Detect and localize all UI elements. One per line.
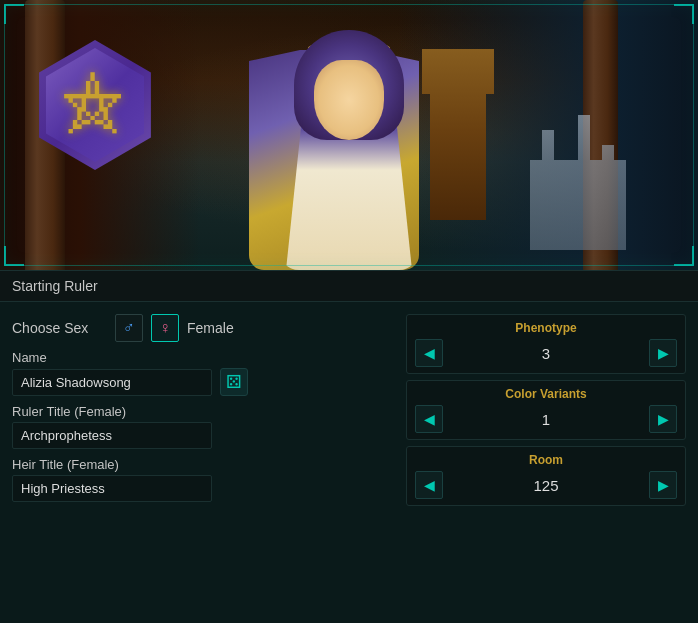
phenotype-block: Phenotype ◀ 3 ▶ [406, 314, 686, 374]
section-header: Starting Ruler [0, 270, 698, 302]
phenotype-next-icon: ▶ [658, 345, 669, 361]
phenotype-controls: ◀ 3 ▶ [415, 339, 677, 367]
section-title: Starting Ruler [12, 278, 98, 294]
room-next-icon: ▶ [658, 477, 669, 493]
pentagram-icon: ⛤ [60, 70, 130, 140]
phenotype-prev-icon: ◀ [424, 345, 435, 361]
color-variants-controls: ◀ 1 ▶ [415, 405, 677, 433]
randomize-name-button[interactable]: ⚄ [220, 368, 248, 396]
name-field-group: Name ⚄ [12, 350, 394, 396]
ruler-title-field-group: Ruler Title (Female) [12, 404, 394, 449]
color-variants-next-button[interactable]: ▶ [649, 405, 677, 433]
name-input[interactable] [12, 369, 212, 396]
sex-female-button[interactable]: ♀ [151, 314, 179, 342]
phenotype-prev-button[interactable]: ◀ [415, 339, 443, 367]
corner-tr [674, 4, 694, 24]
corner-bl [4, 246, 24, 266]
phenotype-next-button[interactable]: ▶ [649, 339, 677, 367]
hex-inner: ⛤ [38, 48, 152, 162]
phenotype-label: Phenotype [415, 321, 677, 335]
ruler-title-label: Ruler Title (Female) [12, 404, 394, 419]
room-next-button[interactable]: ▶ [649, 471, 677, 499]
ruler-title-input[interactable] [12, 422, 212, 449]
choose-sex-label: Choose Sex [12, 320, 107, 336]
color-variants-prev-icon: ◀ [424, 411, 435, 427]
sex-male-button[interactable]: ♂ [115, 314, 143, 342]
color-variants-value: 1 [449, 411, 643, 428]
female-icon: ♀ [159, 319, 171, 337]
heir-title-field-row [12, 475, 394, 502]
emblem: ⛤ [30, 40, 160, 170]
corner-br [674, 246, 694, 266]
room-value: 125 [449, 477, 643, 494]
char-face [314, 60, 384, 140]
room-block: Room ◀ 125 ▶ [406, 446, 686, 506]
char-body [269, 30, 429, 270]
male-icon: ♂ [123, 319, 135, 337]
name-field-row: ⚄ [12, 368, 394, 396]
color-variants-block: Color Variants ◀ 1 ▶ [406, 380, 686, 440]
dice-icon: ⚄ [226, 371, 242, 393]
sex-value: Female [187, 320, 234, 336]
heir-title-label: Heir Title (Female) [12, 457, 394, 472]
room-label: Room [415, 453, 677, 467]
corner-tl [4, 4, 24, 24]
right-panel: Phenotype ◀ 3 ▶ Color Variants ◀ 1 ▶ [406, 314, 686, 506]
left-panel: Choose Sex ♂ ♀ Female Name ⚄ Ruler Title… [12, 314, 394, 506]
color-variants-prev-button[interactable]: ◀ [415, 405, 443, 433]
heir-title-field-group: Heir Title (Female) [12, 457, 394, 502]
hex-shape: ⛤ [30, 40, 160, 170]
name-label: Name [12, 350, 394, 365]
color-variants-next-icon: ▶ [658, 411, 669, 427]
color-variants-label: Color Variants [415, 387, 677, 401]
content-area: Choose Sex ♂ ♀ Female Name ⚄ Ruler Title… [0, 302, 698, 518]
character-figure [239, 10, 459, 270]
room-prev-button[interactable]: ◀ [415, 471, 443, 499]
ruler-title-field-row [12, 422, 394, 449]
phenotype-value: 3 [449, 345, 643, 362]
hero-banner: ⛤ [0, 0, 698, 270]
heir-title-input[interactable] [12, 475, 212, 502]
room-controls: ◀ 125 ▶ [415, 471, 677, 499]
choose-sex-row: Choose Sex ♂ ♀ Female [12, 314, 394, 342]
room-prev-icon: ◀ [424, 477, 435, 493]
